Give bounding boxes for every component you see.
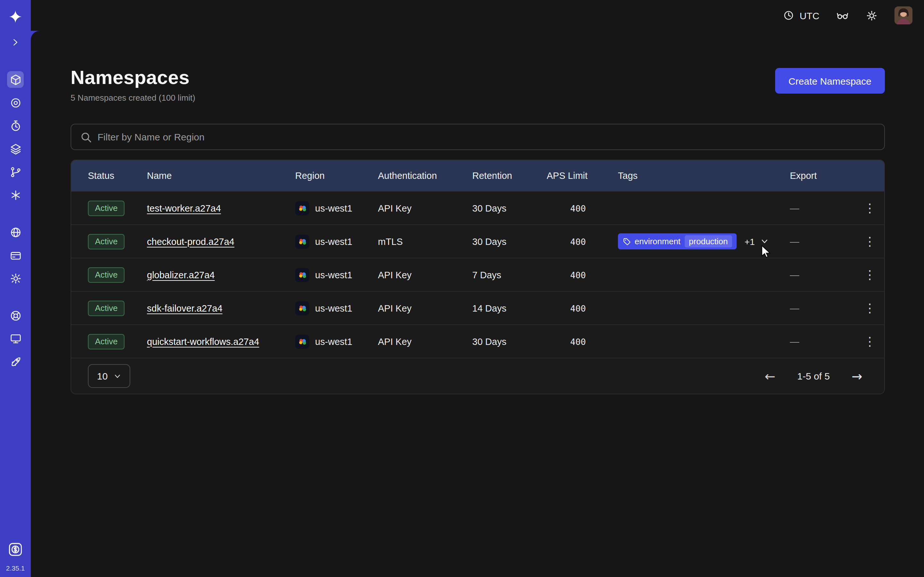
namespace-link[interactable]: globalizer.a27a4: [147, 269, 215, 280]
export-value: —: [790, 203, 855, 213]
export-value: —: [790, 336, 855, 347]
aps-limit-value: 400: [547, 303, 618, 313]
region-label: us-west1: [315, 203, 352, 213]
theme-toggle[interactable]: [866, 9, 878, 21]
labs-toggle[interactable]: [836, 9, 849, 22]
create-namespace-button[interactable]: Create Namespace: [775, 68, 885, 93]
retention-label: 30 Days: [472, 236, 547, 247]
tag-key: environment: [635, 237, 680, 246]
app-root: 2.35.1 UTC Namespaces 5 Namespac: [0, 0, 924, 577]
chevron-down-icon: [113, 372, 121, 380]
glasses-icon: [836, 9, 849, 22]
table-footer: 10 ← 1-5 of 5 →: [71, 358, 884, 394]
sidebar-item-settings[interactable]: [7, 270, 24, 287]
namespace-link[interactable]: test-worker.a27a4: [147, 203, 221, 213]
sidebar-item-support[interactable]: [7, 307, 24, 324]
row-menu-button[interactable]: ⋮: [855, 302, 884, 314]
avatar[interactable]: [895, 6, 913, 24]
tag-pill[interactable]: environment production: [618, 234, 737, 250]
region-label: us-west1: [315, 336, 352, 347]
next-page-button[interactable]: →: [851, 368, 863, 384]
col-header-status: Status: [88, 171, 147, 181]
tag-icon: [623, 237, 631, 245]
row-menu-button[interactable]: ⋮: [855, 335, 884, 348]
auth-label: mTLS: [378, 236, 472, 247]
namespace-link[interactable]: sdk-failover.a27a4: [147, 303, 222, 313]
content-panel: Namespaces 5 Namespaces created (100 lim…: [31, 31, 924, 577]
region-label: us-west1: [315, 303, 352, 313]
col-header-tags: Tags: [618, 171, 790, 181]
region-label: us-west1: [315, 236, 352, 247]
auth-label: API Key: [378, 203, 472, 213]
auth-label: API Key: [378, 303, 472, 313]
row-menu-button[interactable]: ⋮: [855, 202, 884, 214]
page-size-select[interactable]: 10: [88, 364, 130, 388]
col-header-aps-limit: APS Limit: [547, 171, 618, 181]
topbar: UTC: [31, 0, 924, 31]
page-size-value: 10: [97, 371, 107, 382]
sidebar-expand-button[interactable]: [7, 34, 24, 51]
app-version: 2.35.1: [6, 564, 25, 572]
gcp-region-icon: [295, 201, 309, 215]
sidebar-item-resources[interactable]: [7, 330, 24, 347]
table-row: Active test-worker.a27a4 us-west1 API Ke…: [71, 191, 884, 224]
sidebar-item-monitoring[interactable]: [7, 94, 24, 111]
sidebar-footer: 2.35.1: [6, 540, 25, 577]
auth-label: API Key: [378, 336, 472, 347]
row-menu-button[interactable]: ⋮: [855, 235, 884, 247]
page-header: Namespaces 5 Namespaces created (100 lim…: [71, 67, 885, 103]
table-row: Active sdk-failover.a27a4 us-west1 API K…: [71, 291, 884, 324]
tags-expand-chevron-icon[interactable]: [760, 237, 769, 245]
col-header-export: Export: [790, 171, 855, 181]
filter-input[interactable]: [97, 131, 875, 142]
aps-limit-value: 400: [547, 269, 618, 280]
region-label: us-west1: [315, 269, 352, 280]
sidebar-item-getting-started[interactable]: [7, 353, 24, 370]
tags-cell: environment production +1: [618, 234, 790, 250]
table-row: Active globalizer.a27a4 us-west1 API Key…: [71, 258, 884, 291]
sidebar-item-namespaces[interactable]: [7, 71, 24, 88]
table-header-row: Status Name Region Authentication Retent…: [71, 160, 884, 191]
status-badge: Active: [88, 300, 125, 316]
gcp-region-icon: [295, 301, 309, 315]
retention-label: 30 Days: [472, 336, 547, 347]
search-icon: [80, 131, 92, 143]
table-row: Active quickstart-workflows.a27a4 us-wes…: [71, 324, 884, 358]
namespace-link[interactable]: quickstart-workflows.a27a4: [147, 336, 259, 347]
timezone-label: UTC: [800, 10, 819, 21]
clock-icon: [783, 10, 795, 21]
page-title: Namespaces: [71, 67, 195, 89]
gcp-region-icon: [295, 234, 309, 248]
gcp-region-icon: [295, 334, 309, 348]
usage-icon[interactable]: [6, 540, 25, 559]
sidebar-item-deployments[interactable]: [7, 140, 24, 157]
sidebar-item-regions[interactable]: [7, 224, 24, 240]
sidebar-item-billing[interactable]: [7, 247, 24, 263]
export-value: —: [790, 269, 855, 280]
sun-icon: [866, 9, 878, 21]
pagination-controls: ← 1-5 of 5 →: [764, 368, 867, 384]
sidebar: 2.35.1: [0, 0, 31, 577]
sidebar-item-batch-operations[interactable]: [7, 163, 24, 180]
status-badge: Active: [88, 234, 125, 249]
namespace-link[interactable]: checkout-prod.a27a4: [147, 236, 234, 247]
row-menu-button[interactable]: ⋮: [855, 269, 884, 281]
export-value: —: [790, 303, 855, 313]
export-value: —: [790, 236, 855, 247]
namespaces-table: Status Name Region Authentication Retent…: [71, 160, 885, 394]
status-badge: Active: [88, 334, 125, 349]
timezone-selector[interactable]: UTC: [783, 10, 819, 21]
auth-label: API Key: [378, 269, 472, 280]
table-row: Active checkout-prod.a27a4 us-west1 mTLS…: [71, 224, 884, 258]
gcp-region-icon: [295, 268, 309, 282]
pagination-range: 1-5 of 5: [797, 371, 830, 382]
sidebar-item-nexus[interactable]: [7, 187, 24, 203]
prev-page-button[interactable]: ←: [764, 368, 775, 384]
aps-limit-value: 400: [547, 203, 618, 213]
retention-label: 30 Days: [472, 203, 547, 213]
sidebar-item-schedules[interactable]: [7, 117, 24, 134]
temporal-logo-icon[interactable]: [7, 8, 24, 25]
filter-bar: [71, 124, 885, 150]
main-area: UTC Namespaces 5 Namespaces created (100…: [31, 0, 924, 577]
col-header-name: Name: [147, 171, 295, 181]
